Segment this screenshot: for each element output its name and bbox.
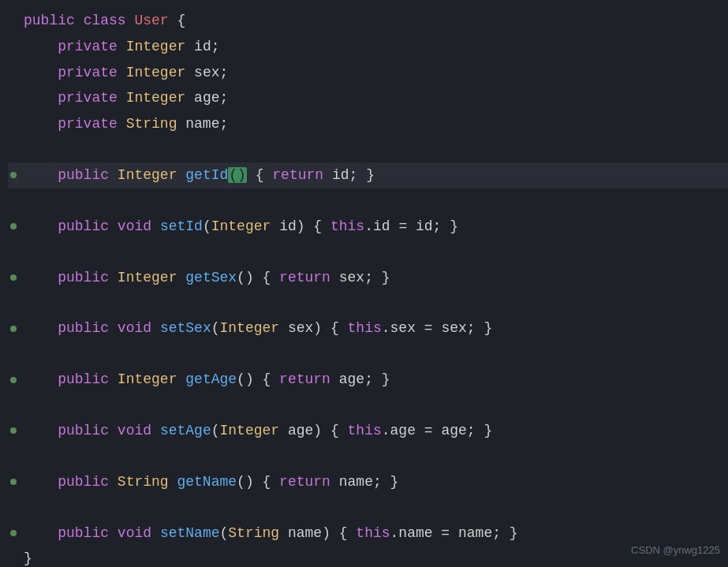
code-line: private String name; — [8, 111, 728, 137]
code-text: public class User { — [24, 9, 185, 32]
code-line: public class User { — [8, 8, 728, 34]
code-text: private Integer age; — [24, 87, 228, 110]
code-text: public void setName(String name) { this.… — [24, 522, 518, 545]
code-line: private Integer sex; — [8, 60, 728, 86]
code-line — [8, 495, 728, 520]
code-line: public Integer getAge() { return age; } — [8, 367, 728, 393]
gutter — [8, 377, 19, 383]
code-text: public Integer getSex() { return sex; } — [24, 267, 390, 289]
code-text: public Integer getAge() { return age; } — [24, 368, 390, 391]
code-line: public void setName(String name) { this.… — [8, 520, 728, 546]
code-line: } — [8, 546, 728, 567]
code-text: private Integer sex; — [24, 62, 228, 84]
gutter-dot — [10, 326, 17, 332]
gutter — [8, 223, 19, 229]
code-text: private String name; — [24, 113, 228, 136]
gutter-dot — [10, 377, 17, 383]
code-line: private Integer age; — [8, 85, 728, 111]
watermark-label: CSDN @ynwg1225 — [631, 543, 720, 559]
code-line — [8, 444, 728, 469]
code-line: public Integer getId() { return id; } — [8, 162, 728, 188]
code-line: private Integer id; — [8, 34, 728, 60]
code-line — [8, 290, 728, 315]
gutter-dot — [10, 427, 17, 434]
code-text: } — [24, 547, 32, 567]
gutter — [8, 530, 19, 536]
gutter — [8, 172, 19, 178]
code-line: public void setAge(Integer age) { this.a… — [8, 418, 728, 444]
code-line — [8, 341, 728, 367]
code-line — [8, 188, 728, 214]
gutter — [8, 479, 19, 485]
code-line — [8, 137, 728, 162]
gutter-dot — [10, 530, 17, 536]
gutter — [8, 274, 19, 281]
code-text: public Integer getId() { return id; } — [24, 164, 375, 187]
gutter-dot — [10, 172, 17, 178]
code-line: public Integer getSex() { return sex; } — [8, 265, 728, 291]
code-text: public void setId(Integer id) { this.id … — [24, 215, 458, 238]
code-line: public void setSex(Integer sex) { this.s… — [8, 315, 728, 341]
gutter — [8, 427, 19, 434]
code-line — [8, 240, 728, 265]
code-line: public void setId(Integer id) { this.id … — [8, 214, 728, 240]
code-line: public String getName() { return name; } — [8, 469, 728, 495]
code-editor: public class User { private Integer id; … — [0, 0, 728, 567]
gutter-dot — [10, 223, 17, 229]
gutter — [8, 326, 19, 332]
code-text: public String getName() { return name; } — [24, 471, 398, 494]
code-line — [8, 393, 728, 418]
code-text: public void setAge(Integer age) { this.a… — [24, 420, 492, 442]
code-text: public void setSex(Integer sex) { this.s… — [24, 317, 492, 340]
code-text: private Integer id; — [24, 35, 220, 58]
gutter-dot — [10, 274, 17, 281]
gutter-dot — [10, 479, 17, 485]
